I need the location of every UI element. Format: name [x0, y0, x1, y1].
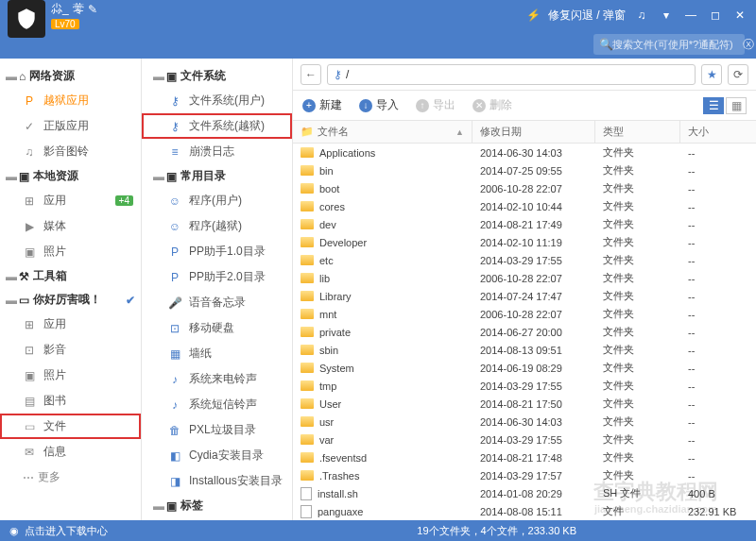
sidebar-item-label: 照片 — [43, 367, 66, 383]
search-input[interactable] — [612, 39, 743, 50]
fs-item[interactable]: ⚷文件系统(用户) — [142, 88, 292, 113]
sidebar-section-header[interactable]: ▬▭你好厉害哦！✔ — [0, 288, 141, 312]
file-icon — [301, 505, 312, 518]
close-button[interactable]: ✕ — [731, 7, 748, 24]
check-icon: ✔ — [126, 294, 135, 307]
sidebar-item[interactable]: ⊡影音 — [0, 337, 141, 363]
maximize-button[interactable]: ◻ — [707, 7, 724, 24]
fs-item[interactable]: ≡崩溃日志 — [142, 139, 292, 164]
file-row[interactable]: System2014-06-19 08:29文件夹-- — [293, 359, 756, 377]
file-row[interactable]: private2014-06-27 20:00文件夹-- — [293, 323, 756, 341]
fs-item[interactable]: ⊡移动硬盘 — [142, 315, 292, 341]
col-type[interactable]: 类型 — [595, 121, 680, 143]
grid-view-button[interactable]: ▦ — [726, 97, 747, 114]
path-input[interactable]: ⚷ / — [327, 64, 696, 85]
delete-button: ✕删除 — [472, 97, 512, 113]
new-button[interactable]: +新建 — [302, 97, 342, 113]
folder-icon — [301, 434, 314, 445]
fs-item[interactable]: PPP助手2.0目录 — [142, 264, 292, 290]
avatar[interactable] — [8, 0, 45, 38]
sidebar-item[interactable]: ♫影音图铃 — [0, 139, 141, 164]
msg-icon: ✉ — [23, 446, 36, 459]
refresh-button[interactable]: ⟳ — [728, 64, 748, 85]
file-row[interactable]: boot2006-10-28 22:07文件夹-- — [293, 179, 756, 197]
file-row[interactable]: etc2014-03-29 17:55文件夹-- — [293, 251, 756, 269]
sidebar-item[interactable]: ⊞应用+4 — [0, 188, 141, 213]
fs-item[interactable]: ☺程序(用户) — [142, 188, 292, 213]
file-row[interactable]: var2014-03-29 17:55文件夹-- — [293, 431, 756, 448]
fs-item[interactable]: ◨Installous安装目录 — [142, 468, 292, 494]
sidebar-item[interactable]: ✉信息 — [0, 439, 141, 465]
download-center-link[interactable]: ◉ 点击进入下载中心 — [9, 524, 108, 538]
fs-item[interactable]: 🗑PXL垃圾目录 — [142, 417, 292, 443]
fs-item[interactable]: ⚷文件系统(越狱) — [142, 113, 292, 139]
file-row[interactable]: panguaxe2014-08-08 15:11文件232.91 KB — [293, 502, 756, 520]
fs-item[interactable]: ♪系统来电铃声 — [142, 366, 292, 392]
fs-section-header[interactable]: ▬▣标签 — [142, 494, 292, 517]
fs-item[interactable]: ♪系统短信铃声 — [142, 392, 292, 417]
col-name[interactable]: 📁文件名▲ — [293, 121, 472, 143]
col-size[interactable]: 大小 — [680, 121, 756, 143]
settings-dropdown-icon[interactable]: ▾ — [658, 7, 675, 24]
file-size: -- — [680, 327, 756, 338]
fs-item[interactable]: ◧Cydia安装目录 — [142, 443, 292, 468]
col-date[interactable]: 修改日期 — [472, 121, 595, 143]
file-row[interactable]: usr2014-06-30 14:03文件夹-- — [293, 413, 756, 431]
file-size: 232.91 KB — [680, 506, 756, 517]
search-box[interactable]: 🔍 ⓧ — [593, 34, 745, 55]
back-button[interactable]: ← — [301, 64, 321, 85]
sidebar-item[interactable]: ▣照片 — [0, 363, 141, 388]
fs-item[interactable]: PPP助手1.0目录 — [142, 239, 292, 264]
file-row[interactable]: Developer2014-02-10 11:19文件夹-- — [293, 233, 756, 251]
sidebar-section-header[interactable]: ▬⚒工具箱 — [0, 264, 141, 288]
sidebar-section-header[interactable]: ▬▣本地资源 — [0, 164, 141, 188]
file-row[interactable]: dev2014-08-21 17:49文件夹-- — [293, 215, 756, 233]
file-row[interactable]: .Trashes2014-03-29 17:57文件夹-- — [293, 466, 756, 484]
sidebar-item[interactable]: P越狱应用 — [0, 88, 141, 113]
more-button[interactable]: ⋯更多 — [0, 465, 141, 490]
music-icon[interactable]: ♫ — [633, 7, 650, 24]
file-row[interactable]: tmp2014-03-29 17:55文件夹-- — [293, 377, 756, 395]
clear-icon[interactable]: ⓧ — [743, 38, 754, 51]
file-row[interactable]: Library2014-07-24 17:47文件夹-- — [293, 287, 756, 305]
file-size: -- — [680, 147, 756, 159]
list-view-button[interactable]: ☰ — [703, 97, 724, 114]
sidebar-item[interactable]: ✓正版应用 — [0, 113, 141, 139]
sidebar-item[interactable]: ▤图书 — [0, 388, 141, 414]
file-list[interactable]: Applications2014-06-30 14:03文件夹--bin2014… — [293, 144, 756, 520]
pp-icon: P — [168, 245, 181, 259]
file-date: 2014-08-21 17:48 — [472, 452, 595, 464]
file-row[interactable]: lib2006-10-28 22:07文件夹-- — [293, 269, 756, 287]
favorite-button[interactable]: ★ — [701, 64, 722, 85]
file-row[interactable]: User2014-08-21 17:50文件夹-- — [293, 395, 756, 413]
fs-item[interactable]: ☺程序(越狱) — [142, 213, 292, 239]
mic-icon: 🎤 — [168, 296, 181, 310]
fs-item[interactable]: ▦墙纸 — [142, 341, 292, 366]
file-row[interactable]: mnt2006-10-28 22:07文件夹-- — [293, 305, 756, 323]
export-icon: ↑ — [416, 99, 429, 112]
section-title: 网络资源 — [29, 68, 75, 84]
fix-label[interactable]: 修复闪退 / 弹窗 — [548, 8, 626, 24]
sidebar-item[interactable]: ▶媒体 — [0, 213, 141, 239]
file-row[interactable]: install.sh2014-01-08 20:29SH 文件400 B — [293, 484, 756, 502]
file-row[interactable]: Applications2014-06-30 14:03文件夹-- — [293, 144, 756, 161]
file-row[interactable]: .fseventsd2014-08-21 17:48文件夹-- — [293, 448, 756, 466]
minimize-button[interactable]: — — [682, 7, 699, 24]
inst-icon: ◨ — [168, 475, 181, 488]
file-row[interactable]: cores2014-02-10 10:44文件夹-- — [293, 197, 756, 215]
edit-icon[interactable]: ✎ — [88, 3, 97, 16]
sidebar-item[interactable]: ▭文件 — [0, 414, 141, 439]
import-button[interactable]: ↓导入 — [359, 97, 399, 113]
file-type: 文件夹 — [595, 235, 680, 249]
sidebar-item[interactable]: ⊞应用 — [0, 312, 141, 337]
folder-icon — [301, 291, 314, 301]
file-name: bin — [319, 165, 334, 177]
section-title: 文件系统 — [180, 68, 226, 84]
file-row[interactable]: bin2014-07-25 09:55文件夹-- — [293, 161, 756, 179]
sidebar-item[interactable]: ▣照片 — [0, 239, 141, 264]
sidebar-section-header[interactable]: ▬⌂网络资源 — [0, 64, 141, 88]
fs-item[interactable]: 🎤语音备忘录 — [142, 290, 292, 315]
fs-section-header[interactable]: ▬▣常用目录 — [142, 164, 292, 188]
fs-section-header[interactable]: ▬▣文件系统 — [142, 64, 292, 88]
file-row[interactable]: sbin2014-08-13 09:51文件夹-- — [293, 341, 756, 359]
